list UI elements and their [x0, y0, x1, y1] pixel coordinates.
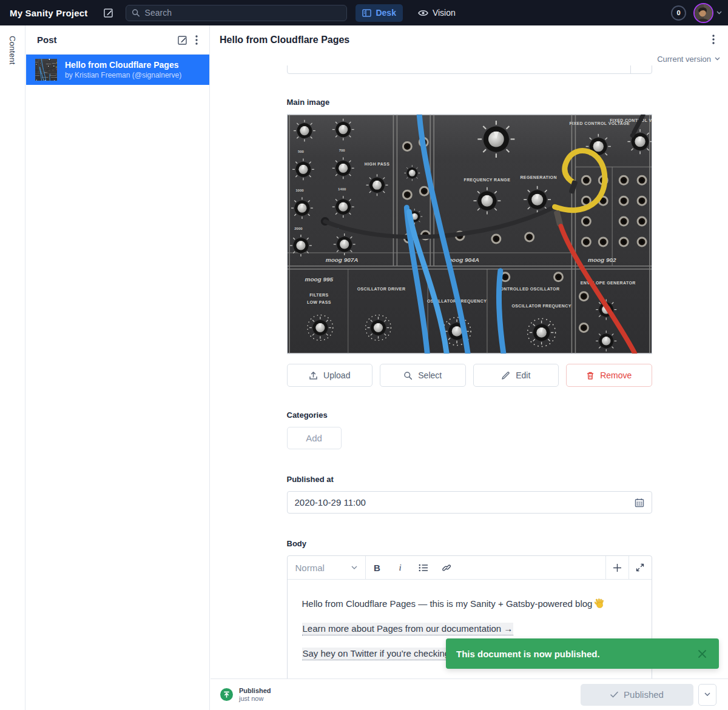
avatar[interactable]	[693, 3, 713, 23]
version-selector[interactable]: Current version	[657, 55, 720, 64]
body-label: Body	[287, 539, 652, 548]
slug-generate-button[interactable]	[631, 65, 652, 73]
document-menu-button[interactable]	[707, 30, 720, 49]
list-pane-header: Post	[26, 25, 209, 55]
close-icon	[698, 649, 707, 658]
list-pane-menu-button[interactable]	[192, 32, 201, 49]
badge-count: 0	[676, 9, 680, 16]
text-style-select[interactable]: Normal	[288, 556, 366, 579]
list-item[interactable]: Hello from Cloudflare Pages by Kristian …	[26, 55, 209, 85]
compose-icon	[177, 35, 188, 45]
tab-desk-label: Desk	[376, 8, 396, 18]
link-icon	[442, 563, 451, 572]
publish-status-title: Published	[239, 687, 271, 695]
publish-status-time: just now	[239, 695, 271, 703]
document-scroll-area[interactable]: Main image Upload Select	[211, 65, 728, 678]
document-title: Hello from Cloudflare Pages	[220, 31, 707, 45]
compose-button[interactable]	[103, 7, 114, 18]
text-style-value: Normal	[295, 563, 351, 573]
avatar-menu-caret[interactable]	[716, 11, 722, 15]
kebab-menu-icon	[195, 35, 198, 45]
tab-vision[interactable]: Vision	[411, 4, 462, 22]
toast-close-button[interactable]	[695, 647, 709, 661]
toast-message: This document is now published.	[456, 649, 695, 659]
upload-button-label: Upload	[323, 370, 350, 380]
document-footer: Published just now Published	[211, 678, 728, 710]
add-category-button[interactable]: Add	[287, 427, 342, 449]
version-label: Current version	[657, 55, 711, 64]
main-image	[288, 115, 652, 353]
publish-button-label: Published	[624, 689, 664, 700]
chevron-down-icon	[716, 11, 722, 15]
body-toolbar: Normal B i	[288, 556, 652, 580]
content-rail-label[interactable]: Content	[8, 36, 17, 65]
search-icon	[132, 8, 140, 17]
edit-button[interactable]: Edit	[473, 364, 559, 387]
chevron-down-icon	[704, 692, 710, 697]
tab-desk[interactable]: Desk	[356, 4, 402, 22]
upload-icon	[309, 371, 318, 380]
project-title: My Sanity Project	[10, 8, 87, 18]
compose-icon	[103, 7, 114, 18]
eye-icon	[418, 9, 428, 17]
slug-field-cutoff[interactable]	[287, 65, 652, 74]
bullet-list-icon	[419, 564, 428, 572]
search-input-wrap[interactable]	[126, 5, 347, 21]
avatar-photo	[695, 4, 712, 22]
published-at-label: Published at	[287, 475, 652, 484]
edit-button-label: Edit	[516, 370, 530, 380]
desk-icon	[362, 8, 371, 18]
published-status-icon	[220, 688, 233, 701]
calendar-button[interactable]	[635, 498, 644, 507]
document-header: Hello from Cloudflare Pages Current vers…	[211, 25, 728, 70]
select-button[interactable]: Select	[380, 364, 466, 387]
list-item-subtitle: by Kristian Freeman (@signalnerve)	[65, 71, 181, 80]
list-item-title: Hello from Cloudflare Pages	[65, 60, 181, 70]
insert-block-button[interactable]	[605, 556, 629, 579]
trash-icon	[586, 371, 595, 380]
search-input[interactable]	[145, 8, 342, 18]
publish-menu-button[interactable]	[698, 684, 716, 706]
content-rail: Content	[0, 25, 25, 710]
remove-button[interactable]: Remove	[566, 364, 652, 387]
italic-button[interactable]: i	[389, 556, 412, 579]
documentation-link[interactable]: Learn more about Pages from our document…	[302, 623, 514, 635]
chevron-down-icon	[715, 57, 720, 61]
chevron-down-icon	[351, 566, 357, 570]
link-button[interactable]	[435, 556, 458, 579]
main-image-label: Main image	[287, 98, 652, 107]
kebab-menu-icon	[712, 35, 715, 44]
main-image-preview[interactable]	[287, 114, 652, 354]
published-at-input[interactable]	[295, 497, 635, 507]
upload-button[interactable]: Upload	[287, 364, 373, 387]
select-button-label: Select	[418, 370, 442, 380]
body-paragraph-text: Hello from Cloudflare Pages — this is my…	[302, 598, 593, 609]
expand-icon	[636, 563, 644, 572]
document-pane: Hello from Cloudflare Pages Current vers…	[211, 25, 728, 710]
success-toast: This document is now published.	[446, 638, 719, 669]
new-document-button[interactable]	[174, 31, 192, 49]
check-icon	[610, 691, 618, 698]
remove-button-label: Remove	[600, 370, 632, 380]
body-paragraph: Learn more about Pages from our document…	[302, 622, 637, 635]
wave-emoji	[595, 598, 604, 608]
list-pane-title: Post	[37, 35, 174, 45]
expand-editor-button[interactable]	[629, 556, 652, 579]
tab-vision-label: Vision	[433, 8, 456, 18]
edit-icon	[501, 371, 510, 380]
published-at-field[interactable]	[287, 491, 652, 514]
body-paragraph: Hello from Cloudflare Pages — this is my…	[302, 597, 637, 610]
list-item-thumbnail	[35, 59, 57, 81]
search-icon	[403, 371, 413, 380]
publish-status: Published just now	[220, 687, 271, 703]
top-navbar: My Sanity Project Desk Vision 0	[0, 0, 728, 25]
calendar-icon	[635, 498, 644, 507]
categories-label: Categories	[287, 410, 652, 420]
plus-icon	[613, 563, 622, 572]
publish-button[interactable]: Published	[581, 684, 693, 706]
bold-button[interactable]: B	[366, 556, 389, 579]
document-list-pane: Post Hello from Cloudflare Pages by Kris…	[26, 25, 210, 710]
notification-badge[interactable]: 0	[671, 5, 686, 21]
bullet-list-button[interactable]	[412, 556, 435, 579]
